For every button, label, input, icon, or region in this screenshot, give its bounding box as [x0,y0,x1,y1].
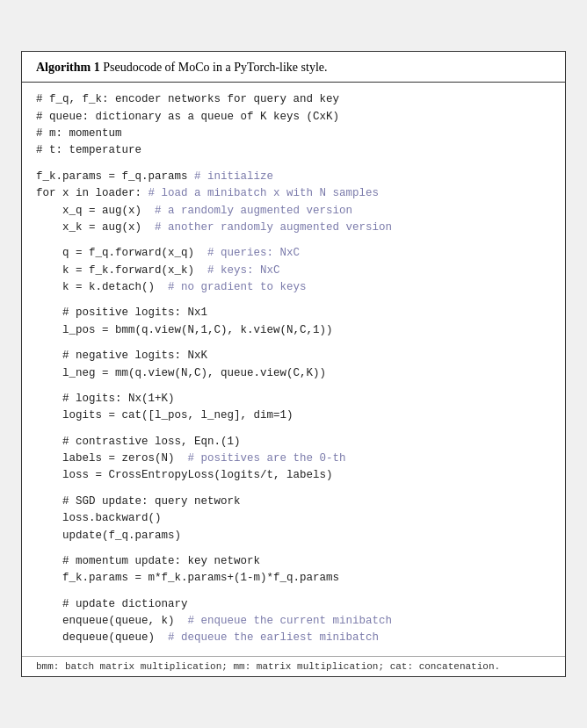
code-text: dequeue(queue) [36,631,168,644]
code-text: l_pos = bmm(q.view(N,1,C), k.view(N,C,1)… [36,324,333,336]
code-text: loss.backward() [36,512,162,524]
comment-line: # momentum update: key network [36,553,551,570]
code-text: q = f_q.forward(x_q) [36,247,207,259]
inline-comment: # queries: NxC [207,247,300,259]
comment-line: # positive logits: Nx1 [36,305,551,321]
inline-comment: # initialize [194,170,273,183]
inline-comment: # no gradient to keys [168,281,307,293]
blank-line [36,236,551,245]
intro-comments: # f_q, f_k: encoder networks for query a… [36,91,551,160]
algo-label: Algorithm 1 [36,61,100,74]
comment-line: # logits: Nx(1+K) [36,391,551,407]
code-text: f_k.params = f_q.params [36,170,194,183]
footer-text: bmm: batch matrix multiplication; mm: ma… [36,661,500,672]
code-line: update(f_q.params) [36,528,551,544]
code-text: for x in loader: [36,187,149,199]
code-line: for x in loader: # load a minibatch x wi… [36,185,551,202]
comment-line: # m: momentum [36,126,551,142]
code-text: loss = CrossEntropyLoss(logits/t, labels… [36,469,333,481]
code-text: k = k.detach() [36,281,168,293]
code-text: logits = cat([l_pos, l_neg], dim=1) [36,409,294,422]
code-line: logits = cat([l_pos, l_neg], dim=1) [36,407,551,424]
code-text: l_neg = mm(q.view(N,C), queue.view(C,K)) [36,367,326,379]
code-line: l_pos = bmm(q.view(N,1,C), k.view(N,C,1)… [36,322,551,339]
code-text: update(f_q.params) [36,530,181,542]
code-line: f_k.params = f_q.params # initialize [36,169,551,185]
code-line: x_q = aug(x) # a randomly augmented vers… [36,203,551,220]
code-text: x_k = aug(x) [36,221,155,234]
footer: bmm: batch matrix multiplication; mm: ma… [22,656,565,676]
inline-comment: # keys: NxC [207,264,280,277]
code-line: loss = CrossEntropyLoss(logits/t, labels… [36,467,551,484]
comment-line: # contrastive loss, Eqn.(1) [36,434,551,450]
blank-line [36,587,551,596]
blank-line [36,382,551,391]
inline-comment: # dequeue the earliest minibatch [168,631,379,644]
code-line: k = k.detach() # no gradient to keys [36,279,551,296]
blank-line [36,296,551,305]
code-text: f_k.params = m*f_k.params+(1-m)*f_q.para… [36,572,339,584]
code-text: k = f_k.forward(x_k) [36,264,207,277]
comment-line: # t: temperature [36,142,551,159]
inline-comment: # load a minibatch x with N samples [149,187,380,199]
blank-line [36,485,551,494]
comment-line: # queue: dictionary as a queue of K keys… [36,109,551,126]
blank-line [36,160,551,169]
code-line: labels = zeros(N) # positives are the 0-… [36,450,551,467]
comment-line: # update dictionary [36,596,551,613]
code-body: # f_q, f_k: encoder networks for query a… [22,83,565,656]
algo-title: Pseudocode of MoCo in a PyTorch-like sty… [103,61,327,74]
comment-line: # negative logits: NxK [36,348,551,364]
blank-line [36,544,551,553]
comment-line: # f_q, f_k: encoder networks for query a… [36,91,551,108]
inline-comment: # another randomly augmented version [155,221,392,234]
code-line: x_k = aug(x) # another randomly augmente… [36,220,551,236]
blank-line [36,425,551,434]
comment-line: # SGD update: query network [36,494,551,510]
code-text: labels = zeros(N) [36,452,188,465]
code-line: k = f_k.forward(x_k) # keys: NxC [36,263,551,279]
code-text: enqueue(queue, k) [36,615,188,627]
inline-comment: # enqueue the current minibatch [188,615,393,627]
inline-comment: # a randomly augmented version [155,205,352,217]
code-line: f_k.params = m*f_k.params+(1-m)*f_q.para… [36,570,551,587]
algorithm-header: Algorithm 1 Pseudocode of MoCo in a PyTo… [22,52,565,83]
blank-line [36,339,551,348]
code-line: loss.backward() [36,510,551,527]
inline-comment: # positives are the 0-th [188,452,346,465]
algorithm-box: Algorithm 1 Pseudocode of MoCo in a PyTo… [21,51,566,677]
code-lines: f_k.params = f_q.params # initializefor … [36,160,551,647]
code-line: enqueue(queue, k) # enqueue the current … [36,613,551,630]
code-line: q = f_q.forward(x_q) # queries: NxC [36,245,551,262]
code-line: l_neg = mm(q.view(N,C), queue.view(C,K)) [36,365,551,382]
code-text: x_q = aug(x) [36,205,155,217]
code-line: dequeue(queue) # dequeue the earliest mi… [36,630,551,646]
